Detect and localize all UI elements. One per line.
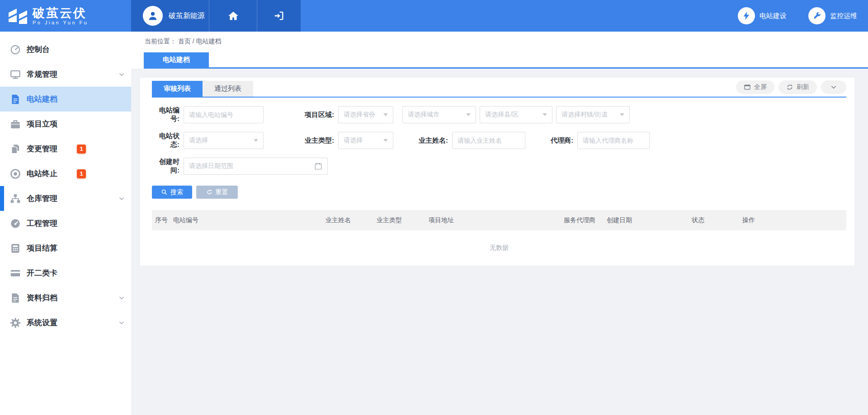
logout-button[interactable] (257, 0, 301, 32)
sidebar-item-engineering-mgmt[interactable]: 工程管理 (0, 211, 131, 236)
reset-button[interactable]: 重置 (196, 186, 238, 199)
company-name: 破茧新能源 (169, 11, 205, 21)
tab-passed-list[interactable]: 通过列表 (203, 81, 253, 97)
nav-monitoring-ops[interactable]: 监控运维 (808, 7, 857, 24)
agent-label: 代理商: (525, 136, 577, 145)
province-select[interactable]: 请选择省份 (338, 106, 393, 123)
caret-down-icon (383, 113, 388, 116)
nav-station-construction[interactable]: 电站建设 (738, 7, 787, 24)
breadcrumb-home-link[interactable]: 首页 (178, 37, 191, 45)
col-service-agent: 服务代理商 (564, 216, 607, 224)
copy-pages-icon (9, 143, 21, 155)
header-dark-group: 破茧新能源 (131, 0, 301, 32)
collapse-button[interactable] (821, 80, 846, 94)
nav-monitoring-ops-label: 监控运维 (830, 12, 857, 20)
home-icon (227, 10, 239, 22)
sidebar-item-label: 资料归档 (27, 293, 57, 303)
owner-name-input[interactable] (452, 132, 525, 149)
city-select[interactable]: 请选择城市 (402, 106, 476, 123)
fullscreen-button[interactable]: 全屏 (736, 80, 774, 94)
caret-down-icon (254, 139, 258, 142)
col-project-address: 项目地址 (429, 216, 564, 224)
owner-type-select[interactable]: 请选择 (338, 132, 393, 149)
station-no-input[interactable] (184, 106, 264, 123)
target-icon (9, 168, 21, 180)
created-time-label: 创建时间: (152, 158, 184, 175)
col-index: 序号 (155, 216, 173, 224)
sidebar: 控制台 常规管理 电站建档 项目立项 变更管理 1 电站终止 1 (0, 32, 131, 415)
table-header: 序号 电站编号 业主姓名 业主类型 项目地址 服务代理商 创建日期 状态 操作 (152, 210, 846, 230)
filter-row-3: 创建时间: 请选择日期范围 (152, 158, 846, 175)
content-card: 审核列表 通过列表 全屏 刷新 电站编号: 项目区域: (140, 78, 854, 266)
page-tab-station-filing[interactable]: 电站建档 (144, 52, 209, 67)
sidebar-item-project-initiation[interactable]: 项目立项 (0, 112, 131, 136)
agent-input[interactable] (577, 132, 650, 149)
page-tab-bar: 电站建档 (144, 52, 868, 69)
dashboard-icon (9, 44, 21, 56)
briefcase-icon (9, 118, 21, 130)
sidebar-item-label: 电站建档 (27, 94, 57, 104)
sidebar-item-data-archive[interactable]: 资料归档 (0, 285, 131, 310)
nav-station-construction-label: 电站建设 (760, 12, 787, 20)
caret-down-icon (542, 113, 547, 116)
sidebar-item-label: 变更管理 (27, 144, 57, 154)
sidebar-item-general-mgmt[interactable]: 常规管理 (0, 62, 131, 87)
caret-down-icon (620, 113, 624, 116)
breadcrumb-separator: / (193, 37, 196, 45)
col-actions: 操作 (742, 216, 846, 224)
filter-buttons: 搜索 重置 (152, 186, 846, 199)
sidebar-item-label: 控制台 (27, 44, 50, 55)
breadcrumb-tab-bar: 当前位置： 首页 / 电站建档 电站建档 (131, 32, 868, 69)
owner-name-label: 业主姓名: (393, 136, 452, 145)
person-icon (147, 10, 159, 22)
search-button[interactable]: 搜索 (152, 186, 192, 199)
user-avatar (143, 6, 163, 26)
refresh-button[interactable]: 刷新 (778, 80, 817, 94)
breadcrumb: 当前位置： 首页 / 电站建档 (145, 37, 868, 47)
credit-card-icon (9, 267, 21, 279)
sidebar-item-warehouse-mgmt[interactable]: 仓库管理 (0, 186, 131, 211)
filter-form: 电站编号: 项目区域: 请选择省份 请选择城市 请选择县/区 请选择村镇/街道 … (152, 98, 846, 199)
county-select[interactable]: 请选择县/区 (480, 106, 552, 123)
document-icon (9, 93, 21, 105)
sidebar-item-system-settings[interactable]: 系统设置 (0, 310, 131, 335)
tab-review-list[interactable]: 审核列表 (152, 81, 203, 97)
filter-row-2: 电站状态: 请选择 业主类型: 请选择 业主姓名: 代理商: (152, 132, 846, 149)
header-right-nav: 电站建设 监控运维 (738, 0, 868, 32)
col-created-date: 创建日期 (607, 216, 692, 224)
sidebar-item-label: 工程管理 (27, 218, 57, 228)
filter-row-1: 电站编号: 项目区域: 请选择省份 请选择城市 请选择县/区 请选择村镇/街道 (152, 106, 846, 123)
sidebar-item-change-mgmt[interactable]: 变更管理 1 (0, 136, 131, 161)
station-status-select[interactable]: 请选择 (184, 132, 264, 149)
sidebar-item-project-settlement[interactable]: 项目结算 (0, 236, 131, 261)
brand-subtitle: Po Jian Yun Fu (33, 20, 88, 25)
gear-icon (9, 317, 21, 329)
sidebar-item-station-filing[interactable]: 电站建档 (0, 87, 131, 112)
notification-badge: 1 (77, 145, 86, 154)
owner-type-label: 业主类型: (264, 136, 338, 145)
col-station-no: 电站编号 (173, 216, 326, 224)
brand-logo-icon (8, 7, 28, 24)
user-menu[interactable]: 破茧新能源 (131, 0, 209, 32)
breadcrumb-current: 电站建档 (196, 37, 222, 45)
brand-logo: 破茧云伏 Po Jian Yun Fu (0, 0, 131, 32)
lightning-icon (738, 7, 755, 24)
chevron-down-icon (830, 84, 837, 91)
monitor-icon (9, 69, 21, 80)
search-icon (161, 189, 168, 196)
sidebar-item-label: 常规管理 (27, 69, 57, 79)
station-status-label: 电站状态: (152, 132, 184, 149)
fullscreen-icon (744, 84, 751, 91)
sign-in-icon (273, 10, 285, 22)
sidebar-item-open-class2-card[interactable]: 开二类卡 (0, 261, 131, 285)
sidebar-item-console[interactable]: 控制台 (0, 37, 131, 62)
notification-badge: 1 (77, 169, 86, 178)
home-button[interactable] (209, 0, 257, 32)
top-header: 破茧云伏 Po Jian Yun Fu 破茧新能源 (0, 0, 868, 32)
chevron-down-icon (118, 295, 125, 301)
date-range-picker[interactable]: 请选择日期范围 (184, 158, 328, 175)
caret-down-icon (383, 139, 388, 142)
empty-state-text: 无数据 (152, 230, 846, 265)
village-select[interactable]: 请选择村镇/街道 (556, 106, 630, 123)
sidebar-item-station-termination[interactable]: 电站终止 1 (0, 161, 131, 186)
